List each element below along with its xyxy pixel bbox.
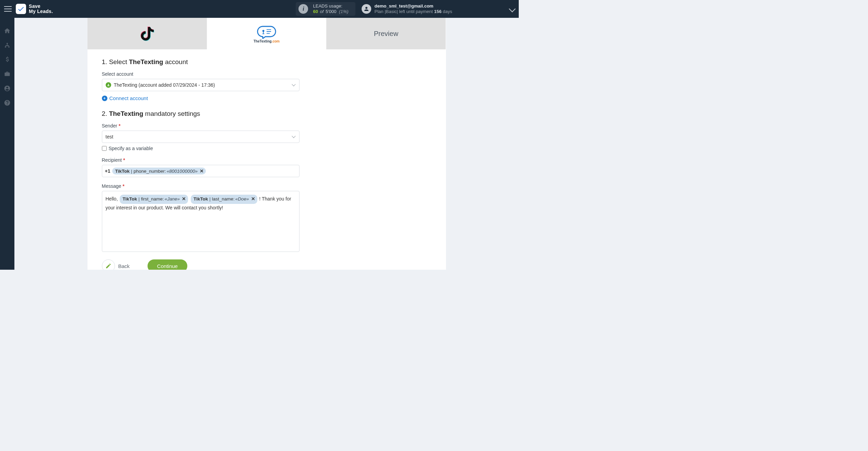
message-variable-chip-firstname[interactable]: TikTok| first_name: «Jane» ✕ — [120, 195, 188, 204]
message-variable-chip-lastname[interactable]: TikTok| last_name: «Doe» ✕ — [191, 195, 257, 204]
thetexting-icon — [256, 24, 277, 39]
sender-select[interactable]: test — [102, 131, 300, 143]
chevron-down-icon — [292, 134, 295, 138]
brand-logo[interactable] — [16, 4, 26, 14]
recipient-input[interactable]: +1 TikTok| phone_number: «8001000000» ✕ — [102, 165, 300, 177]
user-menu[interactable]: demo_sml_test@gmail.com Plan |Basic| lef… — [362, 3, 452, 15]
sidebar — [0, 18, 14, 270]
chip-remove-icon[interactable]: ✕ — [251, 195, 255, 203]
thetexting-label: TheTexting.com — [254, 39, 280, 43]
account-select[interactable]: TheTexting (account added 07/29/2024 - 1… — [102, 79, 300, 91]
sender-select-value: test — [106, 134, 114, 139]
chip-remove-icon[interactable]: ✕ — [200, 168, 204, 174]
brand-name: Save My Leads. — [29, 4, 53, 14]
sidebar-home-icon[interactable] — [4, 27, 11, 34]
leads-usage-box[interactable]: i LEADS usage: 60 of 5'000 (1%) — [296, 2, 355, 16]
sidebar-billing-icon[interactable] — [4, 56, 11, 63]
info-icon: i — [298, 4, 308, 14]
step-tabs: TheTexting.com Preview — [87, 18, 446, 49]
svg-point-0 — [262, 30, 265, 32]
recipient-prefix: +1 — [105, 168, 110, 174]
sender-label: Sender* — [102, 123, 432, 129]
user-email: demo_sml_test@gmail.com — [375, 3, 452, 9]
tiktok-icon — [138, 24, 156, 43]
usage-value: 60 of 5'000 (1%) — [313, 9, 348, 14]
tab-source[interactable] — [87, 18, 207, 49]
tab-preview-label: Preview — [374, 30, 398, 38]
section-1-title: 1. Select TheTexting account — [102, 58, 432, 66]
sidebar-help-icon[interactable] — [4, 99, 11, 106]
message-textarea[interactable]: Hello, TikTok| first_name: «Jane» ✕ TikT… — [102, 191, 300, 252]
account-select-value: TheTexting (account added 07/29/2024 - 1… — [114, 82, 215, 88]
connect-account-label: Connect account — [109, 95, 148, 101]
continue-button[interactable]: Continue — [148, 259, 187, 270]
chevron-down-icon — [292, 82, 295, 86]
chip-remove-icon[interactable]: ✕ — [182, 195, 186, 203]
back-label: Back — [118, 263, 130, 269]
section-2-title: 2. TheTexting mandatory settings — [102, 110, 432, 118]
specify-variable-checkbox[interactable]: Specify as a variable — [102, 146, 432, 151]
plus-circle-icon: + — [102, 96, 107, 101]
sidebar-connections-icon[interactable] — [4, 42, 11, 49]
recipient-label: Recipient* — [102, 157, 432, 163]
connect-account-link[interactable]: + Connect account — [102, 95, 432, 101]
specify-variable-input[interactable] — [102, 146, 107, 151]
usage-label: LEADS usage: — [313, 3, 348, 9]
recipient-variable-chip[interactable]: TikTok| phone_number: «8001000000» ✕ — [112, 168, 206, 174]
select-account-label: Select account — [102, 71, 432, 77]
specify-variable-label: Specify as a variable — [109, 146, 153, 151]
avatar-icon — [362, 4, 371, 14]
page: TheTexting.com Preview 1. Select TheText… — [14, 18, 519, 270]
hamburger-menu-icon[interactable] — [4, 6, 12, 12]
message-label: Message* — [102, 183, 432, 189]
tab-destination[interactable]: TheTexting.com — [207, 18, 326, 49]
sidebar-account-icon[interactable] — [4, 85, 11, 92]
message-text-part: Hello, — [106, 196, 119, 202]
card: TheTexting.com Preview 1. Select TheText… — [87, 18, 446, 270]
pencil-icon — [102, 259, 115, 270]
sidebar-briefcase-icon[interactable] — [4, 71, 11, 77]
tab-preview[interactable]: Preview — [326, 18, 446, 49]
continue-label: Continue — [157, 263, 178, 269]
account-connected-icon — [106, 82, 111, 88]
user-plan: Plan |Basic| left until payment 156 days — [375, 9, 452, 14]
chevron-down-icon[interactable] — [509, 5, 516, 12]
back-button[interactable]: Back — [102, 259, 130, 270]
topbar: Save My Leads. i LEADS usage: 60 of 5'00… — [0, 0, 519, 18]
